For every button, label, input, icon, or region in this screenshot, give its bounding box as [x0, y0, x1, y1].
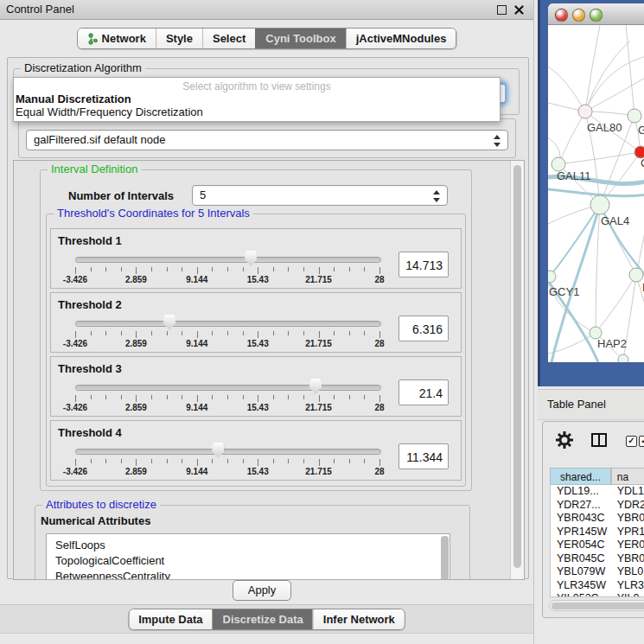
node-label: C	[641, 156, 644, 169]
tick-mark	[364, 331, 365, 335]
slider-thumb[interactable]	[212, 443, 224, 458]
scrollbar-thumb[interactable]	[552, 603, 644, 609]
panel-title: Control Panel	[6, 3, 74, 16]
number-of-intervals-combobox[interactable]: 5	[192, 185, 448, 206]
tick-mark	[121, 267, 122, 271]
list-scrollbar[interactable]	[441, 536, 449, 580]
tick-label: 2.859	[125, 403, 147, 412]
threshold-value-field[interactable]: 6.316	[399, 316, 449, 341]
slider-track[interactable]	[75, 257, 381, 263]
close-traffic-light-icon[interactable]	[555, 9, 568, 22]
attributes-group: Attributes to discretize Numerical Attri…	[35, 505, 470, 580]
checkbox-icon[interactable]: ✓	[639, 436, 644, 447]
network-node[interactable]	[618, 354, 628, 362]
network-edge[interactable]	[548, 67, 585, 112]
tick-mark	[212, 459, 213, 463]
close-icon[interactable]	[514, 5, 524, 15]
tick-label: 9.144	[186, 403, 207, 412]
tick-label: 2.859	[125, 275, 147, 284]
network-node[interactable]	[629, 268, 643, 282]
table-row[interactable]: YPR145WYPR1	[551, 526, 644, 539]
dropdown-item-manual-discretization[interactable]: Manual Discretization	[16, 92, 131, 105]
gear-icon[interactable]	[555, 430, 574, 450]
tick-mark	[136, 459, 137, 466]
tab-select[interactable]: Select	[202, 29, 255, 48]
slider-track[interactable]	[75, 385, 381, 391]
table-horizontal-scrollbar[interactable]	[549, 600, 644, 611]
table-row[interactable]: YDR27...YDR2	[551, 499, 644, 513]
float-window-icon[interactable]	[497, 5, 507, 15]
network-edge[interactable]	[558, 112, 585, 164]
apply-button[interactable]: Apply	[233, 580, 291, 601]
tab-impute-data[interactable]: Impute Data	[129, 609, 212, 629]
tab-jactivemnodules[interactable]: jActiveMNodules	[346, 29, 456, 48]
slider-track[interactable]	[75, 449, 381, 455]
threshold-label: Threshold 1	[58, 234, 122, 247]
network-edge[interactable]	[585, 25, 600, 112]
network-node[interactable]	[628, 109, 641, 123]
network-node[interactable]	[590, 195, 609, 214]
table-data-combobox[interactable]: galFiltered.sif default node	[26, 130, 508, 150]
list-item[interactable]: TopologicalCoefficient	[55, 553, 450, 569]
tick-mark	[105, 395, 106, 399]
network-node[interactable]	[578, 105, 592, 118]
dropdown-item-equal-width[interactable]: Equal Width/Frequency Discretization	[16, 105, 203, 118]
table-row[interactable]: YBL079WYBL0	[551, 565, 644, 579]
tick-mark	[243, 395, 244, 399]
zoom-traffic-light-icon[interactable]	[590, 9, 603, 22]
threshold-value-field[interactable]: 21.4	[399, 379, 449, 405]
tab-label: jActiveMNodules	[356, 32, 447, 45]
column-header-name[interactable]: na	[611, 468, 644, 485]
network-edge[interactable]	[596, 275, 636, 333]
split-columns-icon[interactable]	[591, 433, 607, 447]
threshold-value-field[interactable]: 11.344	[399, 443, 449, 469]
table-row[interactable]: YLR345WYLR3	[551, 579, 644, 593]
minimize-traffic-light-icon[interactable]	[572, 9, 585, 22]
tick-mark	[243, 267, 244, 271]
network-edge-highlighted[interactable]	[550, 205, 600, 277]
tab-cyni-toolbox[interactable]: Cyni Toolbox	[255, 29, 345, 48]
table-row[interactable]: YDL19...YDL1	[551, 485, 644, 499]
settings-scroll-area: Interval Definition Number of Intervals …	[13, 160, 525, 580]
list-item[interactable]: SelfLoops	[55, 538, 450, 553]
network-edge[interactable]	[596, 205, 600, 333]
network-icon	[87, 33, 98, 45]
tab-style[interactable]: Style	[156, 29, 202, 48]
slider-track[interactable]	[75, 321, 381, 327]
network-edge[interactable]	[585, 112, 634, 116]
network-edge[interactable]	[558, 152, 641, 164]
settings-vertical-scrollbar[interactable]	[510, 161, 524, 579]
cell: YER054C	[551, 539, 610, 552]
scrollbar-thumb[interactable]	[513, 165, 521, 568]
slider-thumb[interactable]	[163, 315, 175, 330]
combo-arrows-icon	[494, 134, 501, 148]
tick-label: -3.426	[63, 403, 87, 412]
network-edge[interactable]	[626, 25, 634, 116]
numerical-attributes-list[interactable]: SelfLoops TopologicalCoefficient Between…	[46, 533, 450, 580]
threshold-value-field[interactable]: 14.713	[399, 252, 449, 277]
network-edge-highlighted[interactable]	[548, 189, 644, 196]
tick-mark	[288, 267, 289, 271]
network-edge-highlighted[interactable]	[552, 205, 600, 362]
checkbox-icon[interactable]: ✓	[626, 436, 637, 447]
table-row[interactable]: YER054CYER0	[551, 539, 644, 552]
tab-infer-network[interactable]: Infer Network	[313, 609, 405, 629]
tick-label: 15.43	[247, 275, 269, 284]
cell: YLR3	[610, 579, 644, 593]
tick-label: 21.715	[305, 275, 332, 284]
column-header-shared[interactable]: shared...	[550, 468, 611, 485]
list-item[interactable]: BetweennessCentrality	[55, 569, 450, 580]
slider-thumb[interactable]	[309, 379, 322, 394]
network-canvas[interactable]: GAL80GACGAL11GAL4GCY1HHAP2	[548, 25, 644, 362]
table-row[interactable]: YBR043CYBR0	[551, 512, 644, 526]
network-node[interactable]	[548, 271, 556, 283]
tab-network[interactable]: Network	[78, 29, 156, 48]
network-edge[interactable]	[585, 41, 630, 112]
control-panel-titlebar: Control Panel	[0, 0, 533, 20]
table-row[interactable]: YBR045CYBR0	[551, 552, 644, 566]
table-row[interactable]: YIL052CYIL0	[551, 592, 644, 597]
slider-thumb[interactable]	[245, 251, 257, 266]
dropdown-hint: Select algorithm to view settings	[14, 80, 500, 92]
tab-discretize-data[interactable]: Discretize Data	[213, 609, 313, 629]
tick-label: 9.144	[186, 467, 207, 476]
